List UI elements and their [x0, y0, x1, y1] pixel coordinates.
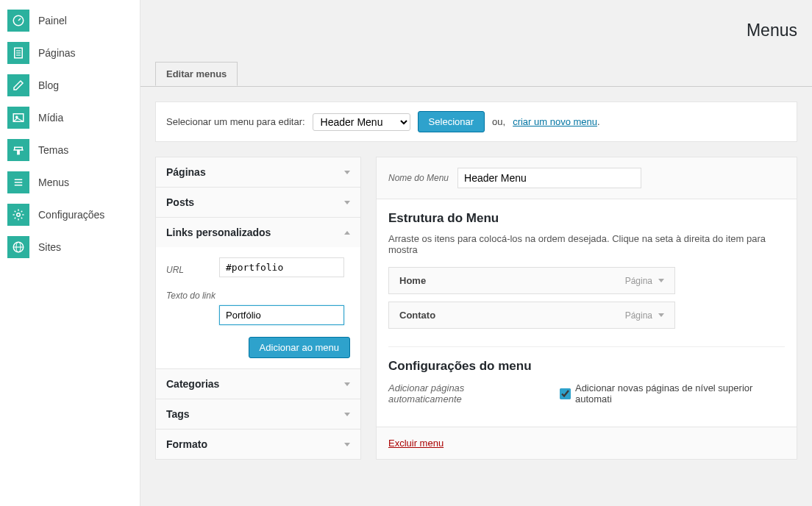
- menu-footer: Excluir menu: [377, 427, 797, 459]
- menu-editor-panel: Nome do Menu Estrutura do Menu Arraste o…: [376, 157, 797, 460]
- sidebar-item-painel[interactable]: Painel: [7, 4, 132, 37]
- chevron-down-icon: [344, 413, 350, 416]
- delete-menu-link[interactable]: Excluir menu: [388, 438, 444, 449]
- svg-point-12: [17, 213, 21, 217]
- media-icon: [7, 107, 29, 129]
- themes-icon: [7, 139, 29, 161]
- menu-item-title: Contato: [399, 310, 435, 321]
- url-label: URL: [166, 260, 219, 275]
- sidebar-item-paginas[interactable]: Páginas: [7, 37, 132, 69]
- accordion-categorias[interactable]: Categorias: [156, 369, 360, 399]
- link-text-label: Texto do link: [166, 286, 350, 301]
- chevron-down-icon[interactable]: [658, 279, 664, 282]
- menu-name-label: Nome do Menu: [388, 173, 449, 183]
- select-label: Selecionar um menu para editar:: [166, 116, 305, 127]
- accordion-tags[interactable]: Tags: [156, 399, 360, 429]
- create-new-menu-link[interactable]: criar um novo menu: [513, 116, 597, 127]
- menu-item-type: Página: [625, 310, 664, 321]
- auto-add-checkbox-row[interactable]: Adicionar novas páginas de nível superio…: [560, 382, 785, 405]
- accordion-paginas[interactable]: Páginas: [156, 157, 360, 187]
- menu-item-type: Página: [625, 276, 664, 286]
- blog-icon: [7, 74, 29, 96]
- page-title: Menus: [140, 0, 812, 61]
- sidebar-label: Temas: [38, 144, 68, 156]
- menu-item[interactable]: Home Página: [388, 267, 675, 294]
- chevron-down-icon: [344, 443, 350, 446]
- chevron-down-icon: [344, 201, 350, 204]
- sidebar-label: Páginas: [38, 47, 76, 59]
- settings-icon: [7, 204, 29, 226]
- tabs: Editar menus: [140, 61, 812, 87]
- sidebar-item-temas[interactable]: Temas: [7, 134, 132, 166]
- admin-sidebar: Painel Páginas Blog Mídia Temas Menus Co…: [0, 0, 132, 263]
- menu-name-input[interactable]: [457, 168, 641, 188]
- chevron-down-icon: [344, 171, 350, 174]
- settings-title: Configurações do menu: [388, 359, 785, 374]
- menu-select-bar: Selecionar um menu para editar: Header M…: [155, 101, 797, 142]
- sidebar-label: Sites: [38, 241, 61, 253]
- auto-add-label: Adicionar páginas automaticamente: [388, 382, 530, 405]
- menu-item[interactable]: Contato Página: [388, 302, 675, 329]
- add-to-menu-button[interactable]: Adicionar ao menu: [249, 337, 350, 358]
- chevron-down-icon[interactable]: [658, 313, 664, 317]
- sidebar-item-blog[interactable]: Blog: [7, 69, 132, 101]
- sidebar-label: Configurações: [38, 209, 104, 221]
- sidebar-label: Painel: [38, 15, 67, 26]
- tab-edit-menus[interactable]: Editar menus: [155, 62, 238, 86]
- add-items-panel: Páginas Posts Links personalizados: [155, 157, 361, 460]
- menu-name-bar: Nome do Menu: [377, 157, 797, 199]
- sidebar-label: Mídia: [38, 112, 63, 124]
- custom-link-form: URL Texto do link Adicionar ao menu: [156, 247, 360, 368]
- sidebar-label: Menus: [38, 177, 69, 188]
- svg-rect-7: [18, 150, 20, 154]
- or-text: ou,: [492, 116, 505, 127]
- chevron-down-icon: [344, 382, 350, 386]
- select-button[interactable]: Selecionar: [418, 111, 485, 132]
- accordion-posts[interactable]: Posts: [156, 188, 360, 217]
- dashboard-icon: [7, 10, 29, 32]
- sidebar-item-sites[interactable]: Sites: [7, 231, 132, 263]
- sidebar-label: Blog: [38, 79, 59, 91]
- structure-title: Estrutura do Menu: [388, 211, 785, 226]
- accordion-formato[interactable]: Formato: [156, 430, 360, 459]
- menu-item-title: Home: [399, 275, 426, 286]
- custom-link-url-input[interactable]: [219, 257, 344, 277]
- accordion-links[interactable]: Links personalizados: [156, 218, 360, 247]
- sidebar-item-midia[interactable]: Mídia: [7, 101, 132, 134]
- sites-icon: [7, 236, 29, 258]
- custom-link-text-input[interactable]: [219, 305, 344, 325]
- menus-icon: [7, 171, 29, 193]
- pages-icon: [7, 42, 29, 64]
- menu-select[interactable]: Header Menu: [313, 113, 410, 131]
- auto-add-checkbox[interactable]: [560, 388, 571, 399]
- sidebar-item-menus[interactable]: Menus: [7, 166, 132, 199]
- main-content: Menus Editar menus Selecionar um menu pa…: [140, 0, 812, 506]
- chevron-up-icon: [344, 231, 350, 235]
- sidebar-item-config[interactable]: Configurações: [7, 199, 132, 231]
- structure-desc: Arraste os itens para colocá-los na orde…: [388, 233, 785, 255]
